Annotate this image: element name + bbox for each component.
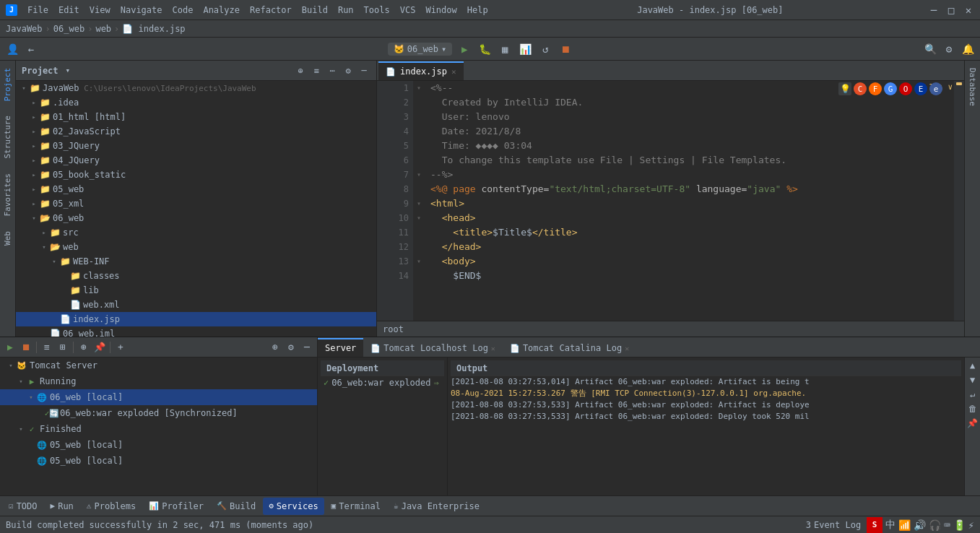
menu-item-navigate[interactable]: Navigate xyxy=(116,4,167,17)
tree-item-05_web[interactable]: ▸📁05_web xyxy=(16,182,376,196)
svc-tree-item-05_web2[interactable]: 🌐05_web [local] xyxy=(0,453,317,469)
project-more[interactable]: ⋯ xyxy=(326,64,339,77)
svc-tree-item-tomcat[interactable]: ▾🐱Tomcat Server xyxy=(0,358,317,373)
tree-arrow[interactable] xyxy=(49,314,59,324)
tree-arrow[interactable]: ▸ xyxy=(29,170,39,180)
svc-list-btn[interactable]: ⊞ xyxy=(56,340,70,355)
sidebar-tab-favorites[interactable]: Favorites xyxy=(1,169,14,221)
tree-item-index.jsp[interactable]: 📄index.jsp xyxy=(16,312,376,326)
tree-arrow[interactable] xyxy=(59,285,69,295)
search-everywhere-btn[interactable]: 🔍 xyxy=(922,41,938,57)
output-pin[interactable]: 📌 xyxy=(966,417,979,430)
toolbar-back-btn[interactable]: ← xyxy=(23,41,39,57)
svc-stop-btn[interactable]: ⏹ xyxy=(19,340,33,355)
tree-item-WEB-INF[interactable]: ▾📁WEB-INF xyxy=(16,254,376,269)
project-scroll-from-source[interactable]: ⊕ xyxy=(294,64,307,77)
menu-item-tools[interactable]: Tools xyxy=(360,4,394,17)
stop-button[interactable]: ⏹ xyxy=(558,41,573,57)
tree-arrow[interactable]: ▸ xyxy=(29,141,39,151)
output-soft-wrap[interactable]: ↵ xyxy=(966,388,979,401)
bottom-tab-terminal[interactable]: ▣Terminal xyxy=(326,498,386,515)
tree-item-classes[interactable]: 📁classes xyxy=(16,269,376,283)
reload-button[interactable]: ↺ xyxy=(537,41,553,57)
sidebar-tab-structure[interactable]: Structure xyxy=(1,111,14,163)
project-dropdown-icon[interactable]: ▾ xyxy=(66,66,71,75)
project-gear[interactable]: ⚙ xyxy=(342,64,355,77)
tree-arrow[interactable] xyxy=(59,271,69,281)
tree-arrow[interactable]: ▾ xyxy=(29,213,39,223)
menu-item-help[interactable]: Help xyxy=(463,4,493,17)
breadcrumb-item[interactable]: JavaWeb xyxy=(6,24,43,34)
tree-arrow[interactable]: ▸ xyxy=(29,126,39,136)
output-clear[interactable]: 🗑 xyxy=(966,402,979,415)
svc-tab-server[interactable]: Server xyxy=(318,338,363,357)
tree-item-idea[interactable]: ▸📁.idea xyxy=(16,95,376,110)
tree-item-02_js[interactable]: ▸📁02_JavaScript xyxy=(16,124,376,139)
tree-arrow[interactable]: ▾ xyxy=(19,83,29,93)
tree-item-JavaWeb[interactable]: ▾📁JavaWeb C:\Users\lenovo\IdeaProjects\J… xyxy=(16,81,376,95)
breadcrumb-item[interactable]: 06_web xyxy=(53,24,84,34)
svc-pin-btn[interactable]: 📌 xyxy=(92,340,107,355)
run-config-selector[interactable]: 🐱 06_web ▾ xyxy=(388,43,453,56)
svc-maximize-btn[interactable]: ⊕ xyxy=(268,340,282,355)
tree-item-lib[interactable]: 📁lib xyxy=(16,283,376,298)
menu-item-edit[interactable]: Edit xyxy=(54,4,84,17)
svc-gear-btn[interactable]: ⚙ xyxy=(284,340,298,355)
tab-close-index-jsp[interactable]: ✕ xyxy=(451,67,456,77)
update-btn[interactable]: 🔔 xyxy=(960,41,976,57)
keyboard-icon[interactable]: ⌨ xyxy=(944,519,950,531)
menu-item-window[interactable]: Window xyxy=(421,4,461,17)
tree-arrow[interactable]: ▸ xyxy=(29,112,39,122)
tree-arrow[interactable]: ▾ xyxy=(39,242,49,252)
svc-tree-item-05_web[interactable]: 🌐05_web [local] xyxy=(0,437,317,453)
menu-item-vcs[interactable]: VCS xyxy=(396,4,420,17)
icon-idea[interactable]: 💡 xyxy=(838,82,851,95)
volume-icon[interactable]: 🔊 xyxy=(914,519,926,531)
tree-item-06_web[interactable]: ▾📂06_web xyxy=(16,211,376,225)
tree-item-05_xml[interactable]: ▸📁05_xml xyxy=(16,196,376,211)
toolbar-project-btn[interactable]: 👤 xyxy=(4,41,20,57)
menu-item-build[interactable]: Build xyxy=(298,4,332,17)
event-log-btn[interactable]: 3 Event Log xyxy=(806,520,861,530)
battery-icon[interactable]: 🔋 xyxy=(953,519,966,531)
menu-item-view[interactable]: View xyxy=(85,4,115,17)
svc-tab-catalina-log[interactable]: 📄 Tomcat Catalina Log ✕ xyxy=(503,338,636,357)
tree-arrow[interactable]: ▸ xyxy=(29,184,39,194)
run-button[interactable]: ▶ xyxy=(456,41,472,57)
sogou-icon[interactable]: S xyxy=(867,517,883,533)
close-button[interactable]: ✕ xyxy=(963,4,974,16)
tree-arrow[interactable]: ▸ xyxy=(29,155,39,165)
tree-item-web[interactable]: ▾📂web xyxy=(16,240,376,254)
svc-add-btn[interactable]: + xyxy=(113,340,128,355)
ime-icon[interactable]: 中 xyxy=(885,519,896,532)
tree-item-web.xml[interactable]: 📄web.xml xyxy=(16,298,376,312)
menu-item-code[interactable]: Code xyxy=(168,4,198,17)
svc-tree-arrow[interactable]: ▾ xyxy=(26,394,36,401)
bottom-tab-todo[interactable]: ☑TODO xyxy=(3,498,43,515)
tree-arrow[interactable] xyxy=(39,329,49,337)
tree-arrow[interactable]: ▸ xyxy=(39,228,49,238)
tree-item-src[interactable]: ▸📁src xyxy=(16,225,376,240)
profile-button[interactable]: 📊 xyxy=(517,41,533,57)
code-editor[interactable]: <%-- Created by IntelliJ IDEA. User: len… xyxy=(425,81,954,321)
menu-item-run[interactable]: Run xyxy=(334,4,358,17)
tree-item-06_web.iml[interactable]: 📄06_web.iml xyxy=(16,326,376,337)
tree-item-05_book[interactable]: ▸📁05_book_static xyxy=(16,168,376,182)
bottom-tab-problems[interactable]: ⚠Problems xyxy=(81,498,142,515)
svc-tab-tomcat-log-close[interactable]: ✕ xyxy=(491,344,495,352)
settings-btn[interactable]: ⚙ xyxy=(941,41,957,57)
menu-item-analyze[interactable]: Analyze xyxy=(199,4,244,17)
tree-item-04_jquery[interactable]: ▸📁04_JQuery xyxy=(16,153,376,168)
headset-icon[interactable]: 🎧 xyxy=(929,519,941,531)
svc-tree-item-06_web[interactable]: ▾🌐06_web [local] xyxy=(0,389,317,405)
tree-arrow[interactable]: ▸ xyxy=(29,199,39,209)
minimize-button[interactable]: ─ xyxy=(928,4,940,16)
svc-tab-catalina-close[interactable]: ✕ xyxy=(625,344,629,352)
icon-edge[interactable]: e xyxy=(929,82,942,95)
output-scroll-down[interactable]: ▼ xyxy=(966,373,979,386)
project-minimize[interactable]: ─ xyxy=(357,64,370,77)
icon-firefox[interactable]: F xyxy=(869,82,882,95)
tree-arrow[interactable] xyxy=(59,300,69,310)
tree-arrow[interactable]: ▸ xyxy=(29,98,39,108)
tree-arrow[interactable]: ▾ xyxy=(49,256,59,266)
